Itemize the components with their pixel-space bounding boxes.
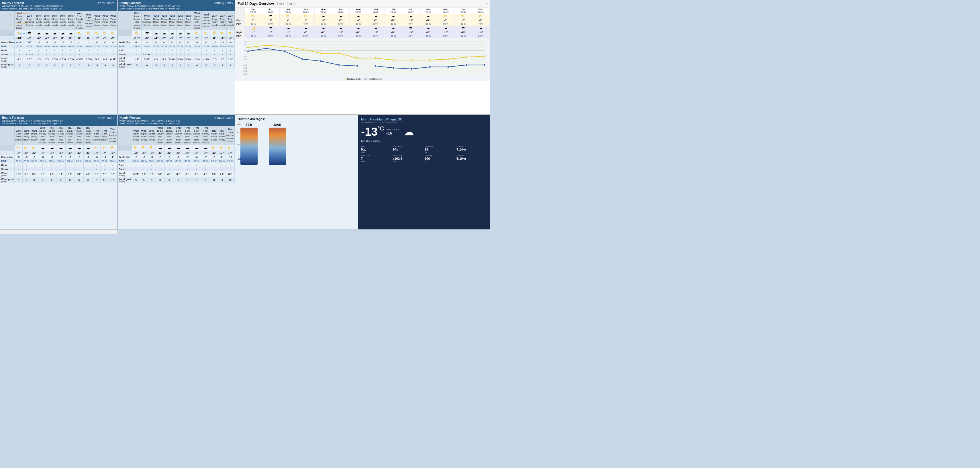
wind-cell: 5 SE bbox=[142, 56, 152, 62]
hour-header: Wed8 amCloudy with sunny breaks bbox=[132, 11, 142, 30]
gust-cell: 8 bbox=[176, 62, 184, 69]
day-header-cell: Wed02/21 bbox=[472, 8, 489, 14]
day-pop-cell: 40 % bbox=[402, 22, 420, 26]
day-header-cell: Sat02/10 bbox=[279, 8, 297, 14]
feels-cell: -11 bbox=[218, 155, 226, 159]
temp-cell: 0° bbox=[176, 36, 184, 40]
rain-cell: - bbox=[109, 48, 117, 53]
weather-icon-cell: ☁ bbox=[173, 145, 183, 150]
day-icon-cell: ⛅ bbox=[472, 14, 489, 18]
pop-cell: 30 % bbox=[183, 159, 192, 163]
hourly-panel-3: Hourly Forecast ‹ PREV | NEXT › WEDNESDA… bbox=[0, 115, 118, 229]
night-pop-label: POP bbox=[235, 34, 244, 38]
hour-header: Wed8 pmPartly cloudy bbox=[132, 126, 140, 145]
gust-cell: 6 bbox=[152, 62, 160, 69]
hourly-title-3: Hourly Forecast bbox=[2, 116, 24, 119]
pop-cell: 20 % bbox=[132, 159, 140, 163]
weather-icon-cell: ⛅ bbox=[226, 145, 235, 150]
feels-cell: -2 bbox=[59, 40, 67, 45]
rain-cell: - bbox=[211, 48, 219, 53]
feels-cell: -8 bbox=[140, 155, 148, 159]
gust-cell: 5 bbox=[65, 177, 75, 183]
snow-cell: - bbox=[152, 53, 160, 56]
gust-cell: 6 bbox=[75, 62, 84, 69]
wind-cell: 4 SW bbox=[75, 56, 84, 62]
night-pop-cell: 40 % bbox=[402, 34, 420, 38]
night-temp-cell: -18° bbox=[385, 30, 402, 34]
rain-cell: - bbox=[227, 48, 235, 53]
weather-icon-cell: ☁ bbox=[84, 145, 93, 150]
wind-cell: 3 E bbox=[183, 171, 192, 177]
gust-cell: 9 bbox=[101, 62, 109, 69]
rain-cell: - bbox=[51, 48, 59, 53]
hour-header: Wed11 pmCloudy with clear breaks bbox=[156, 126, 165, 145]
night-icon-cell: ☁ bbox=[332, 26, 349, 30]
historic-feb: FEB 25° 9° -7° -23° bbox=[237, 123, 261, 165]
pop-cell: 20 % bbox=[100, 159, 108, 163]
close-button[interactable]: × bbox=[485, 2, 487, 6]
gust-cell: 6 bbox=[84, 62, 93, 69]
legend-day-label: Daytime high bbox=[347, 78, 361, 80]
current-updated: Updated on Wed, Feb 7 at 6:47 AM bbox=[361, 121, 487, 124]
day-temp-cell: -3° bbox=[314, 18, 332, 22]
wind-cell: 8 E bbox=[226, 171, 235, 177]
svg-point-34 bbox=[411, 59, 412, 61]
current-location: Mont-Tremblant-Village, QC bbox=[361, 118, 487, 121]
night-icon-cell: ☁ bbox=[350, 26, 367, 30]
wind-cell: 5 E bbox=[30, 171, 38, 177]
pop-cell: 30 % bbox=[160, 45, 168, 48]
weather-icon-cell: ⛅ bbox=[14, 145, 22, 150]
gust-cell: 9 bbox=[22, 177, 30, 183]
snow-cell: - bbox=[165, 167, 174, 171]
weather-icon-cell: ⛅ bbox=[30, 145, 38, 150]
weather-icon-cell: ⛅ bbox=[140, 145, 148, 150]
pop-cell: 20 % bbox=[210, 159, 218, 163]
hourly-nav-4[interactable]: ‹ PREV | NEXT › bbox=[214, 117, 233, 119]
weather-icon-cell: ⛅ bbox=[218, 145, 226, 150]
hour-header: Thu12 amCloudy with clear breaks bbox=[165, 126, 174, 145]
rain-cell: - bbox=[202, 48, 211, 53]
day-pop-cell: 40 % bbox=[297, 22, 314, 26]
rain-cell: - bbox=[165, 163, 174, 167]
night-temp-cell: -16° bbox=[367, 30, 385, 34]
temp-display: -13 °C bbox=[361, 125, 384, 138]
wind-cell: 6 E bbox=[22, 171, 30, 177]
gust-cell: 6 bbox=[84, 177, 93, 183]
wind-cell: 5 E bbox=[38, 171, 47, 177]
hourly-nav-2[interactable]: ‹ PREV | NEXT › bbox=[214, 2, 233, 5]
rain-cell: - bbox=[210, 163, 218, 167]
snow-cell: - bbox=[75, 53, 84, 56]
legend-night: Nighttime low bbox=[364, 78, 382, 80]
feels-cell: -6 bbox=[192, 155, 201, 159]
rain-cell: - bbox=[65, 163, 75, 167]
pressure-value: ↓102.5 bbox=[393, 157, 423, 160]
rain-row-label: Rain bbox=[118, 48, 132, 53]
hourly-nav-3[interactable]: ‹ PREV | NEXT › bbox=[96, 117, 116, 119]
pressure-detail: Pressure ↓102.5 kPa bbox=[393, 154, 423, 162]
weather-details: Wind 5SW km/h Humidity 94% Visibility 15… bbox=[361, 145, 487, 162]
day-temp-cell: -7° bbox=[455, 18, 472, 22]
night-pop-cell: 30 % bbox=[244, 34, 262, 38]
historic-title: Historic Averages: bbox=[237, 117, 356, 121]
hour-header: Wed7 pmPartly cloudy bbox=[227, 11, 235, 30]
weather-icon-cell: ☁ bbox=[59, 30, 67, 36]
feels-cell: -11 bbox=[100, 155, 108, 159]
snow-row-label: Snow bbox=[118, 167, 132, 171]
day-header-cell: Sun02/18 bbox=[420, 8, 437, 14]
hourly-subtitle-1: WEDNESDAY, FEBRUARY 7 - SATURDAY, FEBRUA… bbox=[2, 5, 116, 8]
rain-cell: - bbox=[30, 163, 38, 167]
day-temp-cell: -8° bbox=[367, 18, 385, 22]
night-pop-cell: 30 % bbox=[420, 34, 437, 38]
svg-text:3°C: 3°C bbox=[244, 46, 248, 48]
rain-row-label: Rain bbox=[0, 163, 14, 167]
snow-cell: - bbox=[192, 167, 201, 171]
svg-text:-21°C: -21°C bbox=[243, 70, 248, 72]
night-icon-cell: 🌨 bbox=[402, 26, 420, 30]
svg-point-50 bbox=[447, 66, 449, 68]
pop-cell: 20 % bbox=[202, 45, 211, 48]
icon-row-label bbox=[118, 145, 132, 150]
svg-point-37 bbox=[466, 56, 467, 58]
rain-cell: - bbox=[14, 48, 24, 53]
hourly-nav-1[interactable]: ‹ PREV | NEXT › bbox=[96, 2, 116, 5]
pop-cell: 30 % bbox=[75, 159, 84, 163]
